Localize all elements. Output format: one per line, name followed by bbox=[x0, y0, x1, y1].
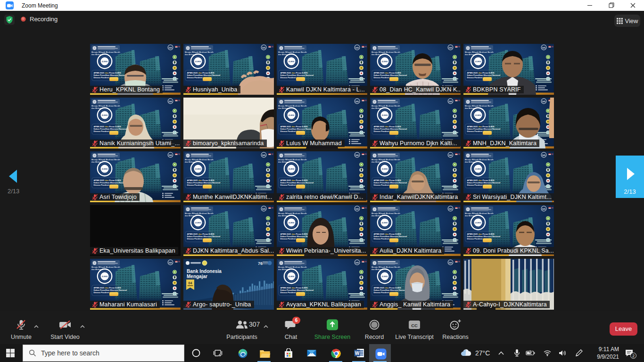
svg-text:CC: CC bbox=[411, 323, 418, 328]
svg-text:76: 76 bbox=[258, 261, 263, 266]
svg-text:W: W bbox=[355, 351, 360, 356]
svg-text:Mengajar: Mengajar bbox=[187, 274, 207, 279]
svg-text:Bank Indonesia: Bank Indonesia bbox=[187, 269, 222, 274]
svg-text:04: 04 bbox=[189, 281, 192, 285]
